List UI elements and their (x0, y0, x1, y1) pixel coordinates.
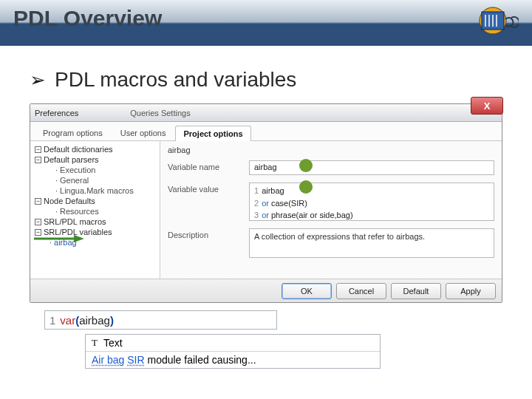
line-number: 3 (254, 211, 259, 219)
default-button[interactable]: Default (391, 283, 441, 299)
tree-item-airbag[interactable]: · airbag (32, 237, 158, 248)
tree-item-default-dictionaries[interactable]: − Default dictionaries (32, 144, 158, 154)
tree-item-node-defaults[interactable]: − Node Defaults (32, 196, 158, 206)
tree-collapse-icon[interactable]: − (35, 229, 41, 236)
tree-item-general[interactable]: General (32, 175, 158, 185)
bullet-marker-icon: ➢ (30, 69, 46, 92)
dialog-footer: OK Cancel Default Apply (30, 279, 502, 302)
variable-form: airbag Variable name airbag Variable val… (160, 141, 502, 279)
keyword-or: or (262, 199, 269, 208)
tree-label: Default dictionaries (44, 145, 113, 154)
tree-label: Node Defaults (44, 197, 95, 205)
tree-collapse-icon[interactable]: − (35, 198, 41, 205)
description-label: Description (168, 228, 242, 239)
text-marker-icon: T (92, 337, 98, 349)
slide-bullet-text: PDL macros and variables (55, 68, 296, 92)
result-header-row: T Text (86, 335, 380, 352)
var-argument: airbag (79, 314, 110, 327)
tree-item-resources[interactable]: Resources (32, 206, 158, 216)
tree-item-srl-pdl-variables[interactable]: − SRL/PDL variables (32, 227, 158, 237)
dialog-body: − Default dictionaries − Default parsers… (30, 141, 502, 279)
dialog-title: Preferences (35, 109, 78, 117)
line-number: 2 (254, 199, 259, 208)
close-paren: ) (110, 314, 114, 327)
value-line-3: 3or phrase(air or side,bag) (254, 209, 489, 222)
value-text: case(SIR) (269, 199, 307, 208)
keyword-or: or (262, 211, 269, 219)
variable-value-label: Variable value (168, 183, 242, 194)
line-number: 1 (50, 314, 55, 327)
cancel-button[interactable]: Cancel (336, 283, 386, 299)
text-column-label: Text (103, 337, 123, 349)
form-heading: airbag (168, 146, 494, 154)
preferences-dialog: Preferences Queries Settings X Program o… (30, 103, 502, 303)
variable-name-label: Variable name (168, 160, 242, 171)
tree-label: airbag (54, 238, 77, 247)
tree-item-srl-pdl-macros[interactable]: − SRL/PDL macros (32, 216, 158, 227)
ok-button[interactable]: OK (282, 283, 332, 299)
tree-collapse-icon[interactable]: − (35, 146, 41, 153)
slide-bullet-row: ➢ PDL macros and variables (0, 46, 532, 100)
tree-label: SRL/PDL variables (44, 228, 112, 236)
description-field[interactable]: A collection of expressions that refer t… (249, 228, 494, 258)
value-line-2: 2or case(SIR) (254, 197, 489, 210)
dialog-tabs: Program options User options Project opt… (30, 122, 502, 141)
tab-program-options[interactable]: Program options (35, 125, 111, 140)
tree-item-execution[interactable]: Execution (32, 165, 158, 175)
tree-item-linguamark-macros[interactable]: Lingua.Mark macros (32, 185, 158, 196)
code-snippet-var: 1 var(airbag) (44, 310, 277, 330)
keyword-var: var (60, 314, 75, 327)
tab-user-options[interactable]: User options (112, 125, 174, 140)
value-text: airbag (262, 186, 284, 195)
slide-header: PDL Overview (0, 0, 532, 46)
options-tree[interactable]: − Default dictionaries − Default parsers… (30, 141, 160, 279)
tree-collapse-icon[interactable]: − (35, 219, 41, 225)
tree-label: SRL/PDL macros (44, 217, 106, 226)
tree-item-default-parsers[interactable]: − Default parsers (32, 154, 158, 165)
highlight-airbag: Air bag (92, 354, 124, 366)
close-button[interactable]: X (471, 97, 503, 115)
line-number: 1 (254, 186, 259, 195)
tree-collapse-icon[interactable]: − (35, 157, 41, 163)
slide-title: PDL Overview (13, 6, 519, 31)
brand-logo-icon (467, 4, 519, 38)
highlight-sir: SIR (127, 354, 144, 366)
result-snippet: T Text Air bag SIR module failed causing… (85, 334, 381, 369)
apply-button[interactable]: Apply (446, 283, 496, 299)
close-icon: X (484, 100, 491, 112)
value-line-1: 1airbag (254, 185, 489, 197)
dialog-title-secondary: Queries Settings (130, 109, 190, 117)
result-text-row: Air bag SIR module failed causing... (86, 352, 380, 368)
variable-value-field[interactable]: 1airbag 2or case(SIR) 3or phrase(air or … (249, 183, 494, 221)
variable-name-field[interactable]: airbag (249, 160, 494, 175)
result-rest-text: module failed causing... (145, 354, 256, 366)
value-text: phrase(air or side,bag) (269, 211, 353, 219)
tree-label: Default parsers (44, 155, 99, 164)
tab-project-options[interactable]: Project options (175, 126, 250, 141)
dialog-titlebar: Preferences Queries Settings X (30, 104, 502, 122)
